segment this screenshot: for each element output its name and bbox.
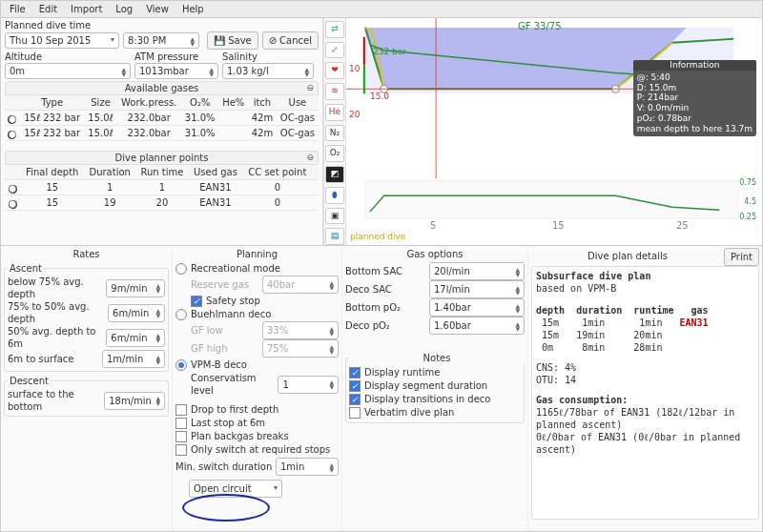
altitude-label: Altitude: [5, 51, 131, 63]
circuit-select[interactable]: Open circuit▾: [189, 480, 282, 498]
min-switch-label: Min. switch duration: [175, 460, 272, 473]
menu-help[interactable]: Help: [177, 2, 209, 16]
depth-tick20: 20: [349, 110, 360, 121]
planned-dive-time-label: Planned dive time: [5, 19, 319, 31]
check-only-req[interactable]: Only switch at required stops: [175, 443, 339, 456]
planner-point-row[interactable]: ⬤1511EAN310: [5, 180, 319, 195]
plan-details-title: Dive plan details: [531, 250, 724, 262]
gas-consumption-line: 0ℓ/0bar of EAN31 (0ℓ/0bar in planned: [536, 431, 754, 443]
gas-options-title: Gas options: [345, 248, 525, 260]
plan-details-text[interactable]: Subsurface dive plan based on VPM-B dept…: [531, 266, 759, 520]
bottom-sac-input[interactable]: 20l/min▲▼: [429, 262, 525, 280]
spinner-icon: ▲▼: [190, 36, 195, 46]
rate-6surf[interactable]: 1m/min▲▼: [102, 350, 165, 368]
bottom-sac-label: Bottom SAC: [345, 265, 402, 277]
tool-bar[interactable]: ▤: [325, 228, 344, 245]
rate-label: 50% avg. depth to 6m: [8, 325, 106, 350]
cylinder-icon: ⬤: [8, 115, 16, 124]
menu-edit[interactable]: Edit: [34, 2, 62, 16]
salinity-label: Salinity: [222, 51, 308, 63]
check-display-trans[interactable]: Display transitions in deco: [349, 393, 521, 405]
descent-fieldset: Descent surface to the bottom18m/min▲▼: [4, 375, 169, 417]
reserve-label: Reserve gas: [191, 278, 249, 291]
tool-zoom[interactable]: ⤢: [325, 42, 344, 59]
tool-photo[interactable]: ▣: [325, 208, 344, 225]
check-drop-first[interactable]: Drop to first depth: [175, 403, 339, 416]
menu-view[interactable]: View: [141, 2, 174, 16]
tool-sac[interactable]: ⬮: [325, 187, 344, 204]
available-gases-header[interactable]: Available gases⊖: [5, 81, 319, 95]
menu-log[interactable]: Log: [111, 2, 137, 16]
time-tick-5: 5: [430, 219, 436, 232]
plan-otu: OTU: 14: [536, 374, 754, 386]
dive-profile-plot[interactable]: GF 33/75 232 bar 154 bar 11:8m 15.0 10 2…: [346, 18, 762, 245]
rate-label: 6m to surface: [8, 353, 73, 365]
po2-tick-b: 4.5: [744, 197, 756, 207]
tool-ndl[interactable]: ◩: [325, 166, 344, 183]
radio-buehlmann[interactable]: Buehlmann deco: [175, 308, 339, 320]
atm-label: ATM pressure: [134, 51, 218, 63]
ascent-fieldset: Ascent below 75% avg. depth9m/min▲▼ 75% …: [4, 262, 169, 372]
cancel-button[interactable]: ⊘Cancel: [262, 31, 319, 50]
gas-row[interactable]: ⬤15ℓ 232 bar15.0ℓ232.0bar31.0%42mOC-gas: [5, 126, 319, 141]
chevron-down-icon: ▾: [111, 35, 114, 45]
deco-sac-input[interactable]: 17l/min▲▼: [429, 280, 525, 298]
chevron-down-icon: ▾: [274, 483, 278, 493]
notes-fieldset: Notes Display runtime Display segment du…: [345, 352, 525, 423]
tool-ruler[interactable]: ⇄: [325, 21, 344, 38]
time-input[interactable]: 8:30 PM▲▼: [123, 32, 199, 49]
menu-bar: File Edit Import Log View Help: [1, 1, 762, 18]
gas-consumption-line: 1165ℓ/78bar of EAN31 (182ℓ/12bar in: [536, 406, 754, 419]
tool-n2[interactable]: N₂: [325, 125, 344, 142]
print-button[interactable]: Print: [724, 248, 759, 266]
radio-recreational[interactable]: Recreational mode: [175, 262, 339, 275]
plan-row: 0m 8min 28min: [536, 341, 754, 354]
gflow-label: GF low: [191, 324, 223, 337]
point-icon: ⬤: [9, 185, 17, 194]
radio-vpmb[interactable]: VPM-B deco: [175, 358, 339, 371]
tool-heart[interactable]: ❤: [325, 62, 344, 79]
rate-label: surface to the bottom: [8, 388, 104, 413]
check-safety-stop[interactable]: Safety stop: [191, 295, 339, 307]
gas-row[interactable]: ⬤15ℓ 232 bar15.0ℓ232.0bar31.0%42mOC-gas: [5, 111, 319, 126]
save-button[interactable]: 💾Save: [207, 31, 258, 50]
gf-high-input: 75%▲▼: [262, 339, 339, 358]
plan-based: based on VPM-B: [536, 282, 754, 295]
check-display-runtime[interactable]: Display runtime: [349, 366, 521, 379]
rate-descent[interactable]: 18m/min▲▼: [104, 392, 165, 410]
collapse-icon[interactable]: ⊖: [306, 83, 314, 94]
info-header: Information: [633, 60, 756, 71]
deco-po2-label: Deco pO₂: [345, 319, 390, 332]
tool-depth[interactable]: ≋: [325, 83, 344, 100]
tool-he[interactable]: He: [325, 104, 344, 121]
bottom-po2-input[interactable]: 1.40bar▲▼: [429, 298, 525, 317]
check-backgas[interactable]: Plan backgas breaks: [175, 430, 339, 442]
dive-planner-points-header[interactable]: Dive planner points⊖: [5, 151, 319, 165]
menu-file[interactable]: File: [5, 2, 31, 16]
check-verbatim[interactable]: Verbatim dive plan: [349, 406, 521, 419]
svg-rect-5: [365, 180, 738, 218]
cancel-icon: ⊘: [269, 34, 277, 47]
menu-import[interactable]: Import: [66, 2, 107, 16]
collapse-icon[interactable]: ⊖: [306, 153, 314, 164]
date-input[interactable]: Thu 10 Sep 2015▾: [5, 32, 119, 49]
conservatism-input[interactable]: 1▲▼: [278, 376, 339, 394]
altitude-input[interactable]: 0m▲▼: [5, 63, 131, 79]
planning-title: Planning: [175, 248, 339, 260]
rate-506[interactable]: 6m/min▲▼: [106, 329, 165, 347]
tool-o2[interactable]: O₂: [325, 145, 344, 162]
min-switch-input[interactable]: 1min▲▼: [276, 458, 339, 476]
rate-b75[interactable]: 9m/min▲▼: [106, 279, 165, 297]
planner-point-row[interactable]: ⬤151920EAN310: [5, 195, 319, 211]
check-last-6m[interactable]: Last stop at 6m: [175, 417, 339, 429]
salinity-input[interactable]: 1.03 kg/l▲▼: [222, 63, 314, 79]
depth-tick10: 10: [349, 64, 360, 75]
rate-7550[interactable]: 6m/min▲▼: [108, 304, 165, 322]
plot-legend: planned dive: [350, 232, 405, 243]
atm-input[interactable]: 1013mbar▲▼: [134, 63, 218, 79]
plan-row: 15m 19min 20min: [536, 329, 754, 341]
check-display-segment[interactable]: Display segment duration: [349, 379, 521, 392]
po2-tick-a: 0.75: [739, 178, 756, 188]
gas-consumption-line: planned ascent): [536, 419, 754, 431]
deco-po2-input[interactable]: 1.60bar▲▼: [429, 317, 525, 335]
